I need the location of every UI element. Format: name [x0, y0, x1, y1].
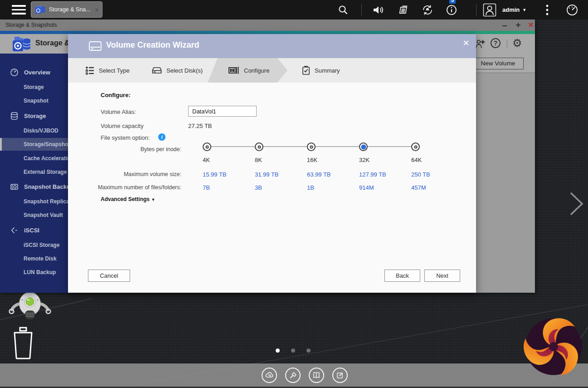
user-box-icon[interactable] [481, 0, 499, 20]
sidebar-item-label: iSCSI Storage [24, 242, 59, 248]
help-icon[interactable]: ? [491, 38, 501, 48]
iscsi-icon [10, 226, 19, 235]
summary-icon [302, 66, 310, 75]
sidebar-item-label: Remote Disk [24, 255, 57, 262]
tab-close-icon[interactable]: x [95, 6, 98, 13]
inode-radio-64k[interactable] [411, 142, 420, 151]
storage-snapshots-app-icon [35, 5, 45, 14]
next-page-arrow-icon[interactable] [569, 191, 585, 217]
desktop-pager [276, 349, 311, 353]
max-volume-size-label: Maximum volume size: [68, 171, 181, 177]
sidebar-item-disks-vjbod[interactable]: Disks/VJBOD [0, 124, 68, 137]
max-files-value: 3B [255, 184, 262, 191]
cancel-button[interactable]: Cancel [88, 270, 130, 282]
sidebar-item-label: Snapshot Backup [24, 183, 68, 190]
back-button[interactable]: Back [384, 270, 420, 282]
pager-dot[interactable] [291, 349, 295, 353]
sidebar-item-cache-acceleration[interactable]: Cache Acceleration [0, 152, 68, 165]
window-titlebar[interactable]: Storage & Snapshots – + ✕ [0, 20, 535, 31]
max-volume-value: 63.99 TB [307, 171, 331, 178]
storage-snapshots-app-icon [12, 36, 31, 52]
dialog-body: Configure: Volume Alias: Volume capacity… [68, 83, 476, 293]
sidebar-item-lun-backup[interactable]: LUN Backup [0, 266, 68, 279]
inode-size-label: 8K [255, 157, 262, 163]
dialog-header: Volume Creation Wizard ✕ [68, 34, 476, 58]
inode-radio-16k[interactable] [307, 142, 316, 151]
search-icon[interactable] [335, 0, 351, 20]
info-icon[interactable]: 3 [442, 0, 461, 20]
sidebar-item-snapshot-replica[interactable]: Snapshot Replica [0, 195, 68, 208]
info-icon[interactable]: i [158, 133, 165, 141]
background-tasks-icon[interactable] [394, 0, 413, 20]
sidebar-item-overview[interactable]: Overview [0, 66, 68, 79]
next-button[interactable]: Next [424, 270, 460, 282]
sidebar-item-iscsi-storage[interactable]: iSCSI Storage [0, 239, 68, 251]
cloud-icon[interactable] [262, 368, 277, 383]
notification-badge: 3 [449, 0, 456, 4]
sidebar-item-label: LUN Backup [24, 269, 56, 275]
book-icon[interactable] [309, 368, 324, 383]
window-accent-bar [0, 31, 535, 34]
step-select-disks[interactable]: Select Disk(s) [152, 58, 203, 83]
sidebar-item-remote-disk[interactable]: Remote Disk [0, 252, 68, 265]
step-configure[interactable]: Configure [208, 58, 287, 83]
gear-icon[interactable]: ⚙ [512, 38, 522, 49]
new-volume-button[interactable]: New Volume [472, 58, 524, 69]
chevron-down-icon: ▼ [522, 8, 526, 12]
sidebar-item-external-storage[interactable]: External Storage [0, 166, 68, 178]
sidebar-item-label: iSCSI [24, 227, 39, 234]
inode-radio-32k[interactable] [359, 142, 368, 151]
taskbar: Storage & Sna... x [0, 0, 588, 20]
step-summary[interactable]: Summary [302, 58, 340, 83]
window-maximize-button[interactable]: + [512, 20, 524, 31]
taskbar-divider [476, 4, 476, 16]
inode-size-label: 64K [411, 157, 422, 163]
dialog-close-icon[interactable]: ✕ [461, 38, 471, 49]
header-divider [507, 39, 507, 49]
dock-bar [0, 363, 588, 387]
sidebar-item-label: Storage [24, 113, 46, 119]
sidebar-item-label: Storage [24, 84, 44, 90]
sidebar-item-snapshot-backup[interactable]: Snapshot Backup [0, 180, 68, 193]
bytes-per-inode-label: Bytes per inode: [68, 146, 181, 152]
event-sync-icon[interactable] [418, 0, 437, 20]
pager-dot[interactable] [276, 349, 280, 353]
advanced-settings-link[interactable]: Advanced Settings ▼ [101, 196, 155, 202]
window-minimize-button[interactable]: – [499, 20, 510, 31]
volume-capacity-label: Volume capacity [101, 123, 144, 129]
inode-size-label: 16K [307, 157, 317, 163]
dashboard-gauge-icon[interactable] [562, 0, 582, 20]
hamburger-icon[interactable] [12, 5, 26, 15]
sidebar-item-label: Overview [24, 69, 50, 76]
compose-icon[interactable] [332, 368, 348, 383]
pager-dot[interactable] [306, 349, 311, 353]
trash-icon[interactable] [11, 327, 35, 360]
step-select-type[interactable]: Select Type [85, 58, 130, 83]
inode-radio-8k[interactable] [255, 142, 263, 151]
list-icon [85, 66, 94, 75]
sidebar-item-snapshot[interactable]: Snapshot [0, 94, 68, 107]
inode-radio-4k[interactable] [203, 142, 211, 151]
volume-alias-input[interactable] [188, 106, 257, 117]
sidebar-item-storage[interactable]: Storage [0, 81, 68, 93]
max-files-value: 914M [359, 184, 374, 191]
inode-size-row: 4K8K16K32K64K [203, 157, 463, 163]
taskbar-tab-storage-snapshots[interactable]: Storage & Sna... x [31, 1, 102, 18]
sidebar-item-label: External Storage [24, 169, 67, 175]
volume-icon[interactable] [369, 0, 388, 20]
more-kebab-icon[interactable] [540, 0, 554, 20]
qnap-swirl-logo [521, 314, 586, 379]
sidebar-item-label: Storage/Snapshots [24, 141, 68, 147]
sidebar-item-storage[interactable]: Storage [0, 109, 68, 122]
sidebar-item-snapshot-vault[interactable]: Snapshot Vault [0, 209, 68, 221]
inode-size-label: 4K [203, 157, 210, 163]
sidebar-item-storage-snapshots[interactable]: Storage/Snapshots [0, 138, 68, 151]
hammer-icon[interactable] [285, 368, 301, 383]
window-close-button[interactable]: ✕ [525, 20, 537, 31]
robot-icon[interactable] [8, 290, 52, 320]
inode-radio-row [203, 142, 463, 151]
max-volume-row: 15.99 TB31.99 TB63.99 TB127.99 TB250 TB [203, 171, 463, 178]
sidebar-item-iscsi[interactable]: iSCSI [0, 224, 68, 236]
sidebar-item-label: Cache Acceleration [24, 155, 68, 162]
user-menu[interactable]: admin ▼ [502, 0, 526, 20]
